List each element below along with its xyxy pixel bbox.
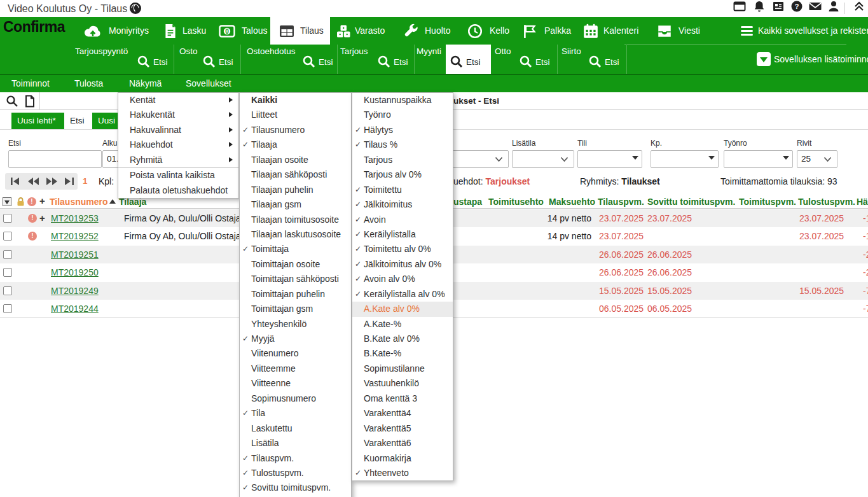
submenu-field-item[interactable]: Toimittajan puhelin [240, 287, 351, 302]
nav-item-viesti[interactable]: Viesti [679, 17, 700, 45]
column-header[interactable]: Tulostuspvm. [798, 195, 855, 209]
submenu-field-item[interactable]: Sovittu toimituspvm. [240, 480, 351, 495]
submenu-field-item[interactable]: Toimitettu alv 0% [352, 242, 453, 256]
submenu-field-item[interactable]: Sopimusnumero [240, 391, 351, 406]
nav-item-palkka[interactable]: Palkka [544, 17, 571, 45]
column-header-tilausnumero[interactable]: Tilausnumero [50, 195, 108, 209]
menu-item[interactable]: Poista valinta kaikista [118, 168, 238, 183]
module-label[interactable]: Myynti [417, 46, 441, 56]
submenu-field-item[interactable]: Tilaaja [240, 137, 351, 152]
module-label[interactable]: Tarjous [340, 46, 368, 56]
window-icon[interactable] [733, 0, 746, 13]
sort-ascending-icon[interactable] [109, 199, 116, 204]
submenu-field-item[interactable]: Varakenttä4 [352, 406, 453, 421]
search-icon[interactable] [6, 95, 18, 108]
nav-item-varasto[interactable]: Varasto [355, 17, 385, 45]
filter-select[interactable] [651, 150, 719, 168]
row-checkbox[interactable] [3, 268, 12, 277]
module-etsi-button[interactable]: Etsi [588, 55, 602, 70]
submenu-field-item[interactable]: A.Kate-% [352, 317, 453, 332]
submenu-field-item[interactable]: Vastuuhenkilö [352, 376, 453, 391]
column-header[interactable]: Toimituspvm. [739, 195, 796, 209]
submenu-field-item[interactable]: Tilauspvm. [240, 451, 351, 466]
extra-functions-button[interactable]: Sovelluksen lisätoiminnot [774, 45, 868, 74]
module-etsi-button[interactable]: Etsi [519, 55, 533, 70]
nav-item-kello[interactable]: Kello [490, 17, 509, 45]
submenu-field-item[interactable]: A.Kate alv 0% [352, 302, 453, 316]
module-label[interactable]: Siirto [561, 46, 581, 56]
nav-item-moniyritys[interactable]: Moniyritys [109, 17, 149, 45]
submenu-field-item[interactable]: B.Kate-% [352, 346, 453, 361]
submenu-field-item[interactable]: Tilaajan osoite [240, 153, 351, 167]
submenu-field-item[interactable]: Toimitettu [352, 183, 453, 197]
submenu-field-item[interactable]: Tilaus % [352, 137, 453, 152]
order-number-link[interactable]: MT2019244 [51, 300, 99, 318]
menu-item[interactable]: Ryhmitä [118, 153, 238, 167]
order-number-link[interactable]: MT2019251 [51, 246, 99, 263]
search-terms-value[interactable]: Tarjoukset [486, 176, 530, 186]
filter-select[interactable] [577, 150, 642, 168]
order-number-link[interactable]: MT2019249 [51, 282, 99, 300]
nav-item-kalenteri[interactable]: Kalenteri [603, 17, 638, 45]
submenu-field-item[interactable]: Tilaajan toimitusosoite [240, 213, 351, 227]
lock-icon[interactable] [16, 197, 25, 207]
column-header[interactable]: Tilauspvm. [598, 195, 644, 209]
menubar-item[interactable]: Näkymä [129, 75, 162, 92]
column-header[interactable]: Sovittu toimituspvm. [647, 195, 735, 209]
contact-card-icon[interactable] [772, 0, 785, 13]
submenu-field-item[interactable]: Toimittajan gsm [240, 302, 351, 316]
submenu-field-item[interactable]: Työnro [352, 108, 453, 122]
warning-icon[interactable]: ! [27, 197, 36, 206]
submenu-field-item[interactable]: Myyjä [240, 332, 351, 346]
bell-icon[interactable] [753, 0, 766, 13]
submenu-field-item[interactable]: Kustannuspaikka [352, 93, 453, 108]
submenu-field-item[interactable]: Avoin alv 0% [352, 272, 453, 286]
new-document-icon[interactable] [24, 95, 36, 108]
nav-item-huolto[interactable]: Huolto [425, 17, 450, 45]
menu-item[interactable]: Hakuehdot [118, 137, 238, 152]
submenu-field-item[interactable]: Viitteemme [240, 361, 351, 376]
filter-select[interactable] [724, 150, 793, 168]
menubar-item[interactable]: Tulosta [74, 75, 103, 92]
current-page-number[interactable]: 1 [83, 173, 88, 190]
submenu-field-item[interactable]: Tilaajan sähköposti [240, 167, 351, 182]
globe-badge-icon[interactable] [130, 3, 141, 14]
nav-item-tilaus[interactable]: Tilaus [300, 17, 324, 45]
mail-icon[interactable] [808, 0, 821, 13]
module-etsi-button[interactable]: Etsi [450, 55, 464, 70]
first-page-button[interactable] [10, 177, 22, 186]
order-number-link[interactable]: MT2019253 [51, 209, 99, 227]
module-label[interactable]: Ostoehdotus [247, 46, 296, 56]
order-number-link[interactable]: MT2019252 [51, 227, 99, 245]
tab[interactable]: Uusi lehti* [11, 113, 64, 129]
filter-select[interactable] [512, 150, 574, 168]
menu-item[interactable]: Hakuvalinnat [118, 123, 238, 137]
submenu-field-item[interactable]: Tulostuspvm. [240, 466, 351, 480]
all-apps-button[interactable]: Kaikki sovellukset ja rekisterit [758, 17, 868, 45]
nav-item-lasku[interactable]: Lasku [183, 17, 206, 45]
submenu-field-item[interactable]: Lisätila [240, 436, 351, 451]
tab[interactable]: Etsi [64, 113, 92, 129]
last-page-button[interactable] [64, 177, 76, 186]
submenu-field-item[interactable]: Sopimustilanne [352, 361, 453, 376]
submenu-field-item[interactable]: Varakenttä5 [352, 421, 453, 436]
expand-row-icon[interactable]: + [39, 209, 45, 227]
menu-item[interactable]: Palauta oletushakuehdot [118, 183, 238, 198]
module-etsi-button[interactable]: Etsi [202, 55, 216, 70]
extra-functions-icon[interactable] [757, 52, 771, 66]
submenu-field-item[interactable]: Laskutettu [240, 421, 351, 436]
module-label[interactable]: Otto [495, 46, 511, 56]
next-page-button[interactable] [46, 177, 57, 186]
column-header[interactable]: Toimitusehto [488, 195, 544, 209]
submenu-field-item[interactable]: Jälkitoimitus [352, 197, 453, 212]
filter-select[interactable]: 25 [797, 150, 837, 168]
submenu-field-item[interactable]: Kaikki [240, 93, 351, 108]
module-etsi-button[interactable]: Etsi [377, 55, 391, 70]
submenu-field-item[interactable]: Tilaajan gsm [240, 197, 351, 212]
menu-item[interactable]: Hakukentät [118, 108, 238, 122]
module-label[interactable]: Osto [179, 46, 198, 56]
column-header[interactable]: Hälytys [857, 195, 868, 209]
submenu-field-item[interactable]: Tarjous alv 0% [352, 167, 453, 182]
submenu-field-item[interactable]: Viitenumero [240, 346, 351, 361]
menu-item[interactable]: Kentät [118, 93, 238, 108]
